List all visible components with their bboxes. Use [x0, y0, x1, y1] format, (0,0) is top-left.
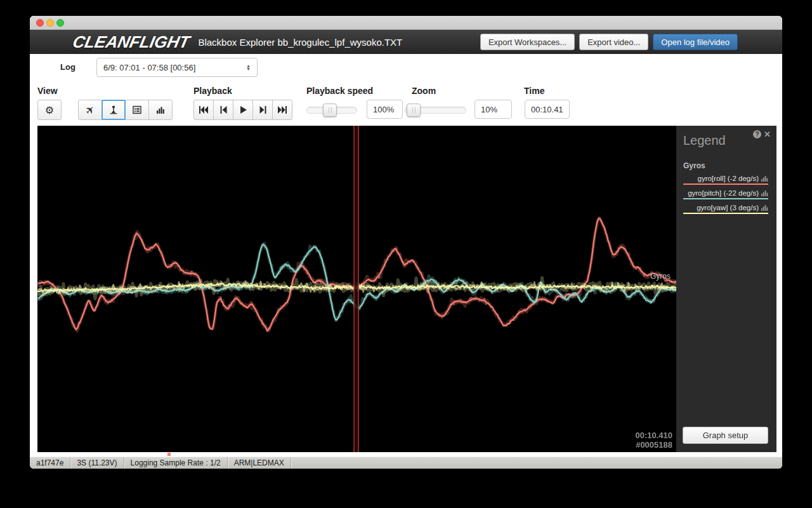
sticks-icon: [108, 105, 119, 115]
minimize-window-button[interactable]: [46, 19, 54, 27]
legend-item-gyro-yaw[interactable]: gyro[yaw] (3 deg/s): [683, 204, 768, 214]
legend-item-color-line: [683, 184, 768, 185]
gear-icon: ⚙: [45, 104, 54, 116]
help-icon[interactable]: ?: [753, 130, 761, 138]
time-heading: Time: [524, 86, 544, 96]
status-log-hash: a1f747e: [30, 457, 70, 469]
spectrum-icon[interactable]: [761, 175, 768, 182]
legend-group-gyros: Gyros: [683, 161, 768, 170]
play-button[interactable]: [233, 100, 253, 120]
close-legend-icon[interactable]: ✕: [764, 130, 771, 138]
titlebar: [30, 16, 782, 30]
close-window-button[interactable]: [36, 19, 44, 27]
chart-group-label[interactable]: Gyros: [650, 272, 671, 281]
playback-speed-heading: Playback speed: [306, 86, 373, 96]
log-label: Log: [60, 58, 75, 77]
jump-to-end-button[interactable]: [272, 100, 292, 120]
header-actions: Export Workspaces... Export video... Ope…: [480, 34, 738, 50]
spectrum-icon[interactable]: [761, 190, 768, 196]
chevron-updown-icon: ▲▼: [246, 64, 251, 71]
spectrum-icon[interactable]: [761, 204, 768, 211]
chart-time-value: 00:10.410: [635, 431, 672, 440]
status-sample-rate: Logging Sample Rate : 1/2: [124, 457, 228, 469]
chart-frame-value: #0005188: [635, 440, 672, 450]
playback-heading: Playback: [193, 86, 232, 96]
show-sticks-button[interactable]: [102, 100, 126, 120]
show-craft-button[interactable]: ✈: [78, 100, 102, 120]
graph-canvas-wrap: Gyros 00:10.410 #0005188: [37, 126, 676, 452]
skip-start-icon: [199, 105, 209, 114]
app-header: CLEANFLIGHT Blackbox Explorer bb_krogule…: [30, 30, 782, 54]
legend-item-label: gyro[pitch] (-22 deg/s): [688, 189, 759, 197]
playback-speed-slider-handle[interactable]: [323, 104, 337, 117]
legend-item-label: gyro[yaw] (3 deg/s): [697, 204, 759, 211]
next-frame-button[interactable]: [252, 100, 273, 120]
analyser-bars-icon: [155, 105, 166, 115]
graph-canvas[interactable]: [37, 126, 676, 452]
seekbar-position-marker[interactable]: [167, 453, 171, 456]
status-flight-mode: ARM|LEDMAX: [228, 457, 291, 469]
legend-panel: ? ✕ Legend Gyros gyro[roll] (-2 deg/s) g…: [676, 126, 776, 452]
play-icon: [239, 105, 247, 114]
seekbar[interactable]: [30, 452, 782, 457]
zoom-heading: Zoom: [412, 86, 436, 96]
log-select-value: 6/9: 07:01 - 07:58 [00:56]: [103, 63, 246, 72]
chart-time-overlay: 00:10.410 #0005188: [635, 431, 672, 450]
status-battery: 3S (11.23V): [70, 457, 124, 469]
zoom-window-button[interactable]: [56, 19, 64, 27]
cleanflight-logo: CLEANFLIGHT: [71, 32, 192, 52]
legend-item-gyro-pitch[interactable]: gyro[pitch] (-22 deg/s): [683, 189, 768, 199]
legend-item-color-line: [683, 198, 768, 199]
legend-item-gyro-roll[interactable]: gyro[roll] (-2 deg/s): [683, 175, 768, 185]
step-back-icon: [219, 105, 228, 114]
zoom-slider-handle[interactable]: [407, 104, 421, 117]
zoom-slider[interactable]: [405, 107, 466, 114]
zoom-input[interactable]: [475, 100, 512, 119]
status-bar: a1f747e 3S (11.23V) Logging Sample Rate …: [30, 457, 782, 469]
chart-area: Gyros 00:10.410 #0005188 ? ✕ Legend Gyro…: [37, 126, 776, 452]
step-forward-icon: [259, 105, 267, 114]
previous-frame-button[interactable]: [213, 100, 233, 120]
view-settings-button[interactable]: ⚙: [37, 100, 62, 120]
time-input[interactable]: [525, 100, 570, 119]
table-icon: [132, 105, 142, 115]
log-select[interactable]: 6/9: 07:01 - 07:58 [00:56] ▲▼: [96, 58, 258, 77]
export-workspaces-button[interactable]: Export Workspaces...: [480, 34, 575, 50]
view-heading: View: [37, 86, 58, 96]
playback-button-group: [193, 100, 292, 120]
playback-speed-input[interactable]: [367, 100, 403, 119]
show-table-button[interactable]: [125, 100, 149, 120]
jump-to-start-button[interactable]: [193, 100, 214, 120]
legend-item-label: gyro[roll] (-2 deg/s): [697, 175, 759, 182]
app-subtitle: Blackbox Explorer bb_krogulec_lpf_wysoko…: [198, 37, 402, 48]
show-analyser-button[interactable]: [148, 100, 173, 120]
craft-plane-icon: ✈: [82, 102, 98, 118]
skip-end-icon: [277, 105, 287, 114]
playback-speed-slider[interactable]: [306, 107, 357, 114]
legend-item-color-line: [683, 213, 768, 214]
open-log-file-button[interactable]: Open log file/video: [653, 34, 738, 50]
graph-setup-button[interactable]: Graph setup: [683, 427, 768, 444]
app-window: CLEANFLIGHT Blackbox Explorer bb_krogule…: [30, 16, 782, 469]
view-button-group: ✈: [78, 100, 173, 120]
export-video-button[interactable]: Export video...: [579, 34, 648, 50]
